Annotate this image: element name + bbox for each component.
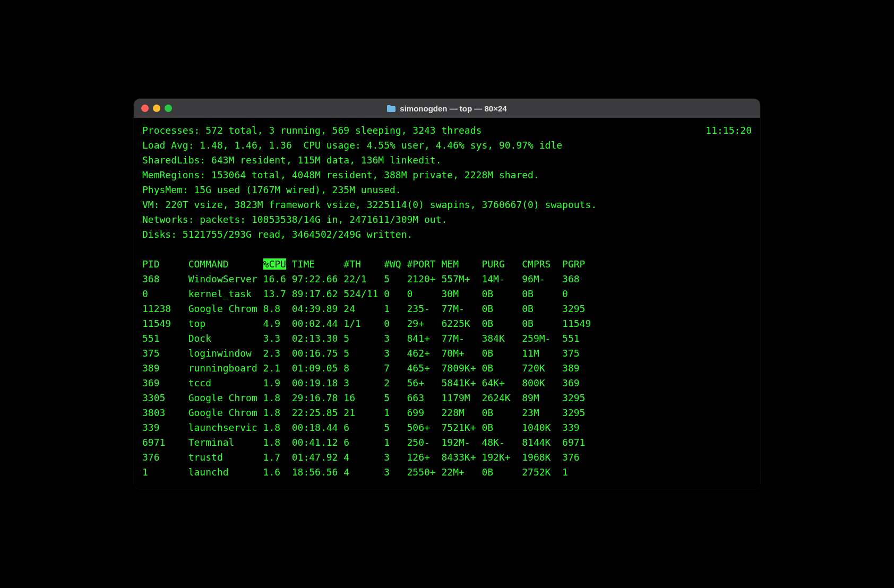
table-rows: 368 WindowServer 16.6 97:22.66 22/1 5 21… (142, 272, 752, 480)
window-title: simonogden — top — 80×24 (134, 104, 760, 113)
summary-processes: Processes: 572 total, 3 running, 569 sle… (142, 123, 752, 138)
summary-disks: Disks: 5121755/293G read, 3464502/249G w… (142, 227, 752, 242)
blank-line (142, 242, 752, 257)
traffic-lights (141, 105, 172, 112)
table-row: 369 tccd 1.9 00:19.18 3 2 56+ 5841K+ 64K… (142, 376, 752, 391)
window-title-text: simonogden — top — 80×24 (400, 104, 506, 113)
table-row: 551 Dock 3.3 02:13.30 5 3 841+ 77M- 384K… (142, 331, 752, 346)
summary-sharedlibs: SharedLibs: 643M resident, 115M data, 13… (142, 153, 752, 168)
summary-load-cpu: Load Avg: 1.48, 1.46, 1.36 CPU usage: 4.… (142, 138, 752, 153)
table-header-row: PID COMMAND %CPU TIME #TH #WQ #PORT MEM … (142, 257, 752, 272)
minimize-icon[interactable] (153, 105, 160, 112)
table-row: 11549 top 4.9 00:02.44 1/1 0 29+ 6225K 0… (142, 316, 752, 331)
folder-icon (387, 105, 396, 112)
table-row: 375 loginwindow 2.3 00:16.75 5 3 462+ 70… (142, 346, 752, 361)
table-row: 1 launchd 1.6 18:56.56 4 3 2550+ 22M+ 0B… (142, 465, 752, 480)
clock: 11:15:20 (706, 123, 752, 138)
table-row: 339 launchservic 1.8 00:18.44 6 5 506+ 7… (142, 420, 752, 435)
summary-physmem: PhysMem: 15G used (1767M wired), 235M un… (142, 183, 752, 197)
table-row: 0 kernel_task 13.7 89:17.62 524/11 0 0 3… (142, 287, 752, 301)
processes-text: Processes: 572 total, 3 running, 569 sle… (142, 123, 482, 138)
terminal-body[interactable]: Processes: 572 total, 3 running, 569 sle… (134, 118, 760, 489)
table-row: 11238 Google Chrom 8.8 04:39.89 24 1 235… (142, 301, 752, 316)
summary-vm: VM: 220T vsize, 3823M framework vsize, 3… (142, 197, 752, 212)
table-row: 376 trustd 1.7 01:47.92 4 3 126+ 8433K+ … (142, 450, 752, 465)
maximize-icon[interactable] (165, 105, 172, 112)
table-row: 3305 Google Chrom 1.8 29:16.78 16 5 663 … (142, 391, 752, 405)
table-row: 3803 Google Chrom 1.8 22:25.85 21 1 699 … (142, 405, 752, 420)
terminal-window[interactable]: simonogden — top — 80×24 Processes: 572 … (134, 99, 760, 489)
table-row: 389 runningboard 2.1 01:09.05 8 7 465+ 7… (142, 361, 752, 376)
summary-networks: Networks: packets: 10853538/14G in, 2471… (142, 212, 752, 227)
table-row: 368 WindowServer 16.6 97:22.66 22/1 5 21… (142, 272, 752, 287)
summary-memregions: MemRegions: 153064 total, 4048M resident… (142, 168, 752, 183)
sort-column-cpu: %CPU (263, 258, 286, 270)
close-icon[interactable] (141, 105, 149, 112)
table-row: 6971 Terminal 1.8 00:41.12 6 1 250- 192M… (142, 435, 752, 450)
titlebar[interactable]: simonogden — top — 80×24 (134, 99, 760, 118)
